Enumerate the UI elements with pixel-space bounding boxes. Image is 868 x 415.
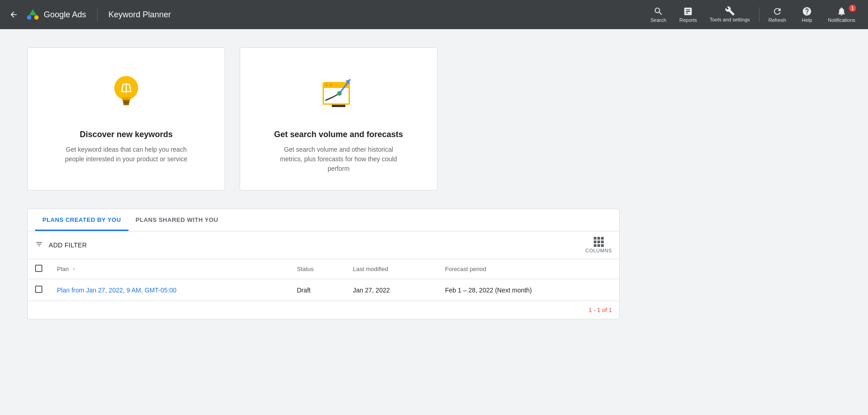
add-filter-button[interactable]: ADD FILTER (49, 241, 87, 249)
top-navigation: Google Ads Keyword Planner Search Report… (0, 0, 868, 29)
google-ads-logo: Google Ads (26, 7, 86, 22)
columns-label: COLUMNS (585, 248, 612, 253)
plans-tabs: PLANS CREATED BY YOU PLANS SHARED WITH Y… (28, 209, 619, 231)
back-button[interactable] (7, 8, 20, 21)
svg-rect-20 (332, 105, 345, 107)
lightbulb-icon (103, 71, 149, 116)
header-checkbox[interactable] (35, 265, 42, 272)
pagination-row: 1 - 1 of 1 (28, 301, 619, 319)
plan-header-label: Plan (57, 266, 69, 272)
forecast-card[interactable]: Get search volume and forecasts Get sear… (240, 47, 437, 190)
forecast-card-desc: Get search volume and other historical m… (275, 145, 402, 174)
svg-point-18 (329, 84, 332, 87)
columns-icon (594, 237, 604, 247)
svg-rect-13 (123, 102, 129, 103)
svg-point-17 (325, 84, 328, 87)
row-plan-cell: Plan from Jan 27, 2022, 9 AM, GMT-05:00 (50, 279, 289, 301)
table-body: Plan from Jan 27, 2022, 9 AM, GMT-05:00 … (28, 279, 619, 301)
refresh-nav-label: Refresh (769, 17, 786, 23)
svg-rect-14 (123, 103, 129, 105)
tab-plans-shared[interactable]: PLANS SHARED WITH YOU (128, 209, 226, 231)
google-ads-text: Google Ads (44, 10, 86, 20)
row-checkbox-cell (28, 279, 50, 301)
plans-table: Plan ↑ Status Last modified Forecast per… (28, 259, 619, 301)
table-header-plan: Plan ↑ (50, 259, 289, 279)
svg-point-3 (34, 15, 39, 20)
filter-row: ADD FILTER COLUMNS (28, 231, 619, 259)
forecast-chart-icon (316, 71, 361, 116)
help-nav-button[interactable]: Help (793, 3, 821, 26)
table-header-status: Status (289, 259, 345, 279)
notifications-wrapper: Notifications 1 (822, 3, 861, 26)
table-row: Plan from Jan 27, 2022, 9 AM, GMT-05:00 … (28, 279, 619, 301)
nav-divider-2 (759, 7, 760, 22)
table-header-forecast: Forecast period (438, 259, 619, 279)
notifications-nav-label: Notifications (828, 17, 855, 23)
reports-nav-button[interactable]: Reports (674, 3, 703, 26)
plan-link[interactable]: Plan from Jan 27, 2022, 9 AM, GMT-05:00 (57, 287, 176, 294)
search-nav-label: Search (651, 17, 667, 23)
notification-badge: 1 (849, 5, 856, 12)
plans-section: PLANS CREATED BY YOU PLANS SHARED WITH Y… (27, 209, 620, 319)
discover-card-icon-area (99, 66, 154, 121)
main-content: Discover new keywords Get keyword ideas … (0, 29, 868, 338)
tab-plans-created[interactable]: PLANS CREATED BY YOU (35, 209, 128, 231)
nav-right: Search Reports Tools and settings Refres… (645, 2, 861, 26)
svg-point-2 (27, 15, 31, 20)
help-nav-label: Help (802, 17, 812, 23)
refresh-nav-button[interactable]: Refresh (763, 3, 792, 26)
nav-divider (97, 7, 98, 22)
nav-left: Google Ads Keyword Planner (7, 7, 645, 22)
filter-icon (35, 240, 43, 250)
search-nav-button[interactable]: Search (645, 3, 672, 26)
table-header-checkbox (28, 259, 50, 279)
row-modified-cell: Jan 27, 2022 (346, 279, 438, 301)
forecast-card-icon-area (311, 66, 366, 121)
table-header-modified: Last modified (346, 259, 438, 279)
option-cards-row: Discover new keywords Get keyword ideas … (27, 47, 437, 190)
columns-button[interactable]: COLUMNS (585, 237, 612, 253)
row-status-cell: Draft (289, 279, 345, 301)
reports-nav-label: Reports (679, 17, 697, 23)
row-checkbox[interactable] (35, 286, 42, 293)
forecast-card-title: Get search volume and forecasts (274, 130, 403, 139)
sort-icon: ↑ (72, 266, 75, 272)
tools-nav-button[interactable]: Tools and settings (704, 2, 755, 26)
pagination-text: 1 - 1 of 1 (589, 307, 612, 313)
svg-rect-15 (122, 97, 131, 100)
table-header: Plan ↑ Status Last modified Forecast per… (28, 259, 619, 279)
discover-keywords-card[interactable]: Discover new keywords Get keyword ideas … (27, 47, 225, 190)
page-title: Keyword Planner (108, 10, 171, 20)
google-ads-logo-icon (26, 7, 40, 22)
discover-card-title: Discover new keywords (80, 130, 173, 139)
row-forecast-cell: Feb 1 – 28, 2022 (Next month) (438, 279, 619, 301)
tools-nav-label: Tools and settings (709, 17, 750, 23)
discover-card-desc: Get keyword ideas that can help you reac… (62, 145, 190, 164)
